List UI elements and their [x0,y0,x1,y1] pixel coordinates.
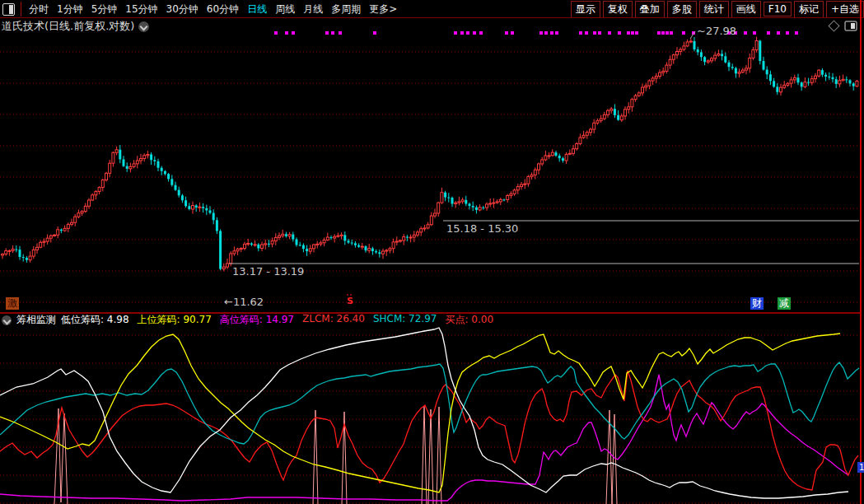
toolbar-button-7[interactable]: 标记 [794,1,824,18]
toolbar-periods: 分时1分钟5分钟15分钟30分钟60分钟日线周线月线多周期更多> [25,2,401,16]
indicator-chart[interactable] [0,326,864,504]
chart-badge-1[interactable]: 财 [750,297,764,310]
low-price-label: ←11.62 [224,296,264,308]
period-item-6[interactable]: 日线 [247,2,267,16]
peak-price-label: ~27.98 [697,25,736,37]
indicator-field-2: 高位筹码: 14.97 [220,313,294,327]
toolbar-buttons: 显示复权叠加多股统计画线F10标记+自选 [571,1,864,18]
toolbar-button-2[interactable]: 叠加 [635,1,665,18]
chart-badge-2[interactable]: 减 [778,297,791,310]
diamond-icon [829,21,839,31]
indicator-field-0: 低位筹码: 4.98 [61,313,129,327]
indicator-field-1: 上位筹码: 90.77 [138,313,212,327]
toolbar-button-4[interactable]: 统计 [699,1,729,18]
period-item-10[interactable]: 更多> [369,2,397,16]
period-item-0[interactable]: 分时 [29,2,49,16]
period-item-1[interactable]: 1分钟 [57,2,83,16]
toolbar: 分时1分钟5分钟15分钟30分钟60分钟日线周线月线多周期更多> 显示复权叠加多… [0,0,864,18]
toolbar-separator [21,2,21,16]
indicator-field-4: SHCM: 72.97 [373,313,437,327]
chevron-down-icon[interactable] [2,315,12,325]
period-item-4[interactable]: 30分钟 [166,2,198,16]
indicator-field-3: ZLCM: 26.40 [302,313,365,327]
toolbar-button-1[interactable]: 复权 [603,1,633,18]
indicator-header: 筹相监测 低位筹码: 4.98上位筹码: 90.77高位筹码: 14.97ZLC… [2,315,493,325]
split-square-icon [845,21,857,30]
indicator-name[interactable]: 筹相监测 [16,313,56,327]
panel-toggle-icon[interactable] [2,3,15,16]
range-label-2: 13.17 - 13.19 [232,265,304,278]
period-item-2[interactable]: 5分钟 [91,2,118,16]
toolbar-button-3[interactable]: 多股 [667,1,697,18]
sell-marker: S [347,296,353,306]
range-label-1: 15.18 - 15.30 [446,222,518,235]
chart-badge-0[interactable]: 激 [6,297,19,310]
period-item-3[interactable]: 15分钟 [125,2,157,16]
candlestick-chart[interactable]: 15.18 - 15.3013.17 - 13.19~27.98←11.62S [0,18,864,314]
period-item-7[interactable]: 周线 [275,2,295,16]
toolbar-button-5[interactable]: 画线 [731,1,761,18]
toolbar-button-6[interactable]: F10 [764,2,792,16]
indicator-fields: 低位筹码: 4.98上位筹码: 90.77高位筹码: 14.97ZLCM: 26… [61,313,493,327]
page-number-badge[interactable]: 1 [857,462,864,473]
toolbar-button-8[interactable]: +自选 [826,1,864,18]
period-item-5[interactable]: 60分钟 [207,2,239,16]
period-item-8[interactable]: 月线 [303,2,323,16]
toolbar-button-0[interactable]: 显示 [571,1,600,18]
indicator-field-5: 买点: 0.00 [445,313,493,327]
indicator-line-高位筹码 [0,375,848,501]
period-item-9[interactable]: 多周期 [331,2,361,16]
